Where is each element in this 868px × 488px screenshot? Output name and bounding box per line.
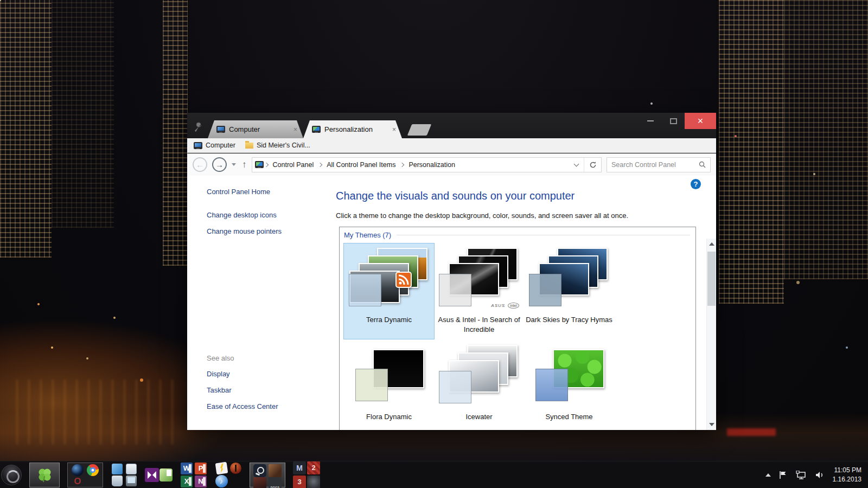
start-button[interactable] <box>1 465 22 485</box>
breadcrumb-chevron-icon[interactable] <box>400 162 404 166</box>
up-button[interactable] <box>242 159 247 170</box>
wallpaper-building <box>0 0 52 258</box>
minimize-button[interactable] <box>639 113 662 129</box>
powerpoint-icon[interactable]: P <box>195 463 207 474</box>
tab-personalization[interactable]: Personalization × <box>303 120 402 138</box>
sidebar-change-desktop-icons[interactable]: Change desktop icons <box>207 210 323 220</box>
volume-icon[interactable] <box>815 471 825 479</box>
theme-thumbnail: ASUS intel <box>438 248 520 311</box>
window-controls: × <box>639 113 716 129</box>
brand-logos: ASUS intel <box>491 303 519 309</box>
sidebar-ease-of-access[interactable]: Ease of Access Center <box>207 402 323 411</box>
opera-icon[interactable]: O <box>74 476 81 487</box>
breadcrumb-all-items[interactable]: All Control Panel Items <box>323 161 399 169</box>
breadcrumb-control-panel[interactable]: Control Panel <box>269 161 318 169</box>
clock-date: 1.16.2013 <box>833 475 861 484</box>
clover-icon <box>36 467 53 483</box>
onenote-icon[interactable]: N <box>195 476 207 487</box>
navigation-toolbar: Control Panel All Control Panel Items Pe… <box>187 153 716 176</box>
page-title: Change the visuals and sounds on your co… <box>336 190 575 202</box>
wallpaper-building <box>52 0 114 228</box>
taskbar-utilities-group <box>111 464 138 486</box>
taskbar-browsers-group: O <box>67 463 103 487</box>
media-player-icon[interactable] <box>230 463 241 474</box>
nba-game-icon[interactable] <box>269 464 282 477</box>
tab-close-icon[interactable]: × <box>292 126 298 133</box>
tab-close-icon[interactable]: × <box>391 126 397 133</box>
address-dropdown-icon[interactable] <box>569 158 584 172</box>
recent-pages-dropdown-icon[interactable] <box>232 163 236 166</box>
visual-studio-icon[interactable] <box>145 468 159 482</box>
scrollbar-thumb[interactable] <box>707 252 716 306</box>
see-also-header: See also <box>207 354 323 362</box>
breadcrumb-personalization[interactable]: Personalization <box>405 161 458 169</box>
search-icon[interactable] <box>699 161 706 168</box>
bookmark-computer[interactable]: Computer <box>194 142 235 149</box>
sidebar-change-mouse-pointers[interactable]: Change mouse pointers <box>207 227 323 236</box>
taskbar-clock[interactable]: 11:05 PM 1.16.2013 <box>833 466 861 484</box>
folder-icon <box>245 143 253 149</box>
sidebar-display[interactable]: Display <box>207 369 323 378</box>
theme-terra-dynamic[interactable]: Terra Dynamic <box>344 243 434 339</box>
computer-icon <box>216 126 225 133</box>
system-monitor-icon[interactable] <box>126 476 137 486</box>
sidebar-control-panel-home[interactable]: Control Panel Home <box>207 188 323 196</box>
scroll-up-icon[interactable] <box>709 242 714 246</box>
theme-synced[interactable]: Synced Theme <box>524 341 614 430</box>
theme-dark-skies[interactable]: Dark Skies by Tracy Hymas <box>524 243 614 339</box>
excel-icon[interactable]: X <box>181 476 193 487</box>
new-tab-button[interactable] <box>407 124 431 136</box>
winamp-icon[interactable] <box>215 461 228 474</box>
search-box[interactable] <box>607 157 711 172</box>
word-icon[interactable]: W <box>181 463 193 474</box>
close-button[interactable]: × <box>685 113 716 129</box>
themes-grid: Terra Dynamic ASUS intel Asus & Intel - … <box>344 243 614 430</box>
explorer-window: Computer × Personalization × × Computer … <box>187 113 716 430</box>
widgets-icon[interactable] <box>112 464 123 474</box>
taskbar-clover[interactable] <box>29 463 60 487</box>
scroll-down-icon[interactable] <box>709 423 714 426</box>
maximize-button[interactable] <box>662 113 685 129</box>
refresh-icon[interactable] <box>584 158 601 172</box>
wallpaper-light-streaks <box>16 380 179 445</box>
calculator-icon[interactable] <box>126 464 137 474</box>
sleeping-dogs-icon[interactable]: DOGS <box>269 477 282 488</box>
theme-icewater[interactable]: Icewater <box>434 341 524 430</box>
notepad-icon[interactable] <box>159 468 173 481</box>
tab-computer[interactable]: Computer × <box>208 120 303 138</box>
search-input[interactable] <box>607 161 699 169</box>
my-themes-group: My Themes (7) Terra Dynamic <box>339 227 696 430</box>
chrome-icon[interactable] <box>87 464 99 476</box>
game-icon[interactable] <box>253 477 266 488</box>
browser-globe-icon[interactable] <box>72 464 84 476</box>
taskbar-games-group: DOGS <box>250 463 285 487</box>
itunes-icon[interactable] <box>215 475 228 487</box>
mafia-icon[interactable]: M <box>293 461 306 474</box>
forward-button[interactable] <box>212 157 227 172</box>
theme-flora-dynamic[interactable]: Flora Dynamic <box>344 341 434 430</box>
game-2-icon[interactable]: 2 <box>307 461 320 474</box>
steam-icon[interactable] <box>253 464 266 477</box>
address-bar[interactable]: Control Panel All Control Panel Items Pe… <box>252 157 602 172</box>
back-button[interactable] <box>193 157 207 172</box>
show-hidden-icons-icon[interactable] <box>765 473 771 477</box>
bookmarks-bar: Computer Sid Meier's Civil... <box>187 138 716 153</box>
theme-asus-intel[interactable]: ASUS intel Asus & Intel - In Search of I… <box>434 243 524 339</box>
theme-thumbnail <box>528 248 610 311</box>
recycle-bin-icon[interactable] <box>112 476 123 486</box>
shield-game-icon[interactable] <box>307 476 320 488</box>
wrench-icon[interactable] <box>193 122 203 133</box>
sidebar-taskbar[interactable]: Taskbar <box>207 386 323 395</box>
network-icon[interactable] <box>796 471 807 479</box>
asus-logo: ASUS <box>491 303 505 308</box>
breadcrumb-chevron-icon[interactable] <box>264 162 268 166</box>
bookmark-civ[interactable]: Sid Meier's Civil... <box>245 142 310 149</box>
theme-name: Flora Dynamic <box>345 412 433 422</box>
game-3-icon[interactable]: 3 <box>293 476 306 488</box>
action-center-flag-icon[interactable] <box>779 471 788 479</box>
sidebar: Control Panel Home Change desktop icons … <box>207 188 323 418</box>
breadcrumb-chevron-icon[interactable] <box>318 162 322 166</box>
vertical-scrollbar[interactable] <box>706 239 716 430</box>
bookmark-label: Computer <box>206 142 235 149</box>
help-icon[interactable]: ? <box>691 179 701 189</box>
